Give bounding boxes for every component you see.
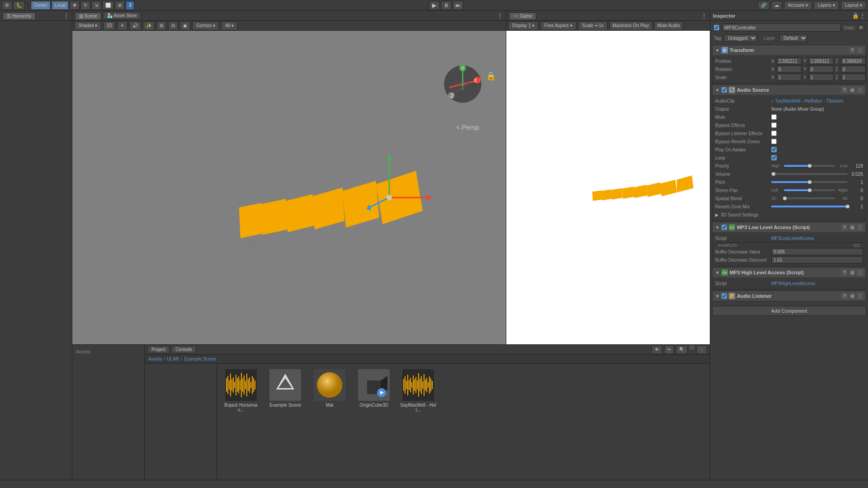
buffer-discount-input[interactable] bbox=[771, 256, 863, 263]
pitch-thumb[interactable] bbox=[808, 180, 811, 184]
spatial-track[interactable] bbox=[784, 197, 835, 199]
scene-content[interactable]: X Y Z < Persp 🔒 bbox=[72, 31, 506, 344]
add-component-btn[interactable]: Add Component bbox=[712, 306, 866, 316]
rect-btn[interactable]: ⬜ bbox=[102, 1, 114, 10]
stereo-track[interactable] bbox=[784, 189, 835, 191]
scene-tools3[interactable]: ◉ bbox=[180, 21, 190, 30]
display-dropdown[interactable]: Display 1▾ bbox=[508, 21, 538, 30]
audio-source-enable[interactable] bbox=[722, 87, 727, 93]
object-name-field[interactable]: MP3Controller bbox=[722, 23, 841, 32]
asset-item-bojack[interactable]: Bojack Horseman... bbox=[221, 367, 261, 414]
scene-tab[interactable]: ▤ Scene bbox=[75, 12, 101, 19]
rot-z-input[interactable] bbox=[841, 66, 866, 73]
num-btn[interactable]: 3 bbox=[126, 1, 135, 10]
reverb-track[interactable] bbox=[771, 206, 848, 207]
mp3-low-settings-btn[interactable]: ⚙ bbox=[849, 224, 855, 230]
console-tab[interactable]: Console bbox=[171, 346, 196, 353]
priority-thumb[interactable] bbox=[808, 164, 811, 168]
spatial-thumb[interactable] bbox=[783, 197, 787, 200]
static-dropdown-btn[interactable]: ▾ bbox=[858, 24, 864, 31]
local-btn[interactable]: Local bbox=[52, 1, 69, 10]
play-btn[interactable]: ▶ bbox=[429, 1, 440, 10]
asset-store-tab[interactable]: 🏪 Asset Store bbox=[103, 12, 141, 19]
pause-btn[interactable]: ⏸ bbox=[441, 1, 452, 10]
bypass-effects-checkbox[interactable] bbox=[771, 122, 777, 128]
mp3-high-settings-btn[interactable]: ⚙ bbox=[849, 269, 855, 276]
loop-checkbox[interactable] bbox=[771, 155, 777, 160]
fx-btn[interactable]: ✨ bbox=[143, 21, 155, 30]
center-btn[interactable]: Center bbox=[31, 1, 51, 10]
scale-z-input[interactable] bbox=[841, 74, 866, 81]
settings-btn[interactable]: ⚙ bbox=[2, 1, 12, 10]
play-on-awake-checkbox[interactable] bbox=[771, 147, 777, 152]
scene-menu-btn[interactable]: ⋮ bbox=[497, 12, 503, 19]
scene-tools2[interactable]: ⊟ bbox=[168, 21, 178, 30]
shaded-dropdown[interactable]: Shaded▾ bbox=[74, 21, 101, 30]
pos-x-input[interactable] bbox=[777, 57, 802, 65]
layout-dropdown[interactable]: Layout ▾ bbox=[841, 1, 866, 10]
audio-listener-help-btn[interactable]: ? bbox=[841, 293, 848, 299]
breadcrumb-assets[interactable]: Assets bbox=[148, 357, 162, 361]
scale-dropdown[interactable]: Scale ━ 1x bbox=[578, 21, 608, 30]
mp3-low-enable[interactable] bbox=[722, 225, 727, 230]
sound-3d-row[interactable]: ▶ 3D Sound Settings bbox=[715, 211, 863, 219]
scene-tools1[interactable]: ⊞ bbox=[156, 21, 166, 30]
audio-listener-header[interactable]: ▼ 👂 Audio Listener ? ⚙ ⋮ bbox=[712, 291, 866, 301]
mp3-high-menu-btn[interactable]: ⋮ bbox=[857, 269, 863, 276]
scale-x-input[interactable] bbox=[777, 74, 802, 81]
mute-checkbox[interactable] bbox=[771, 114, 777, 120]
asset-item-cube[interactable]: OriginCube3D bbox=[354, 367, 394, 414]
bug-btn[interactable]: 🐛 bbox=[13, 1, 25, 10]
mp3-high-script-value[interactable]: MP3HighLevelAccess bbox=[771, 281, 815, 286]
audio-source-help-btn[interactable]: ? bbox=[841, 87, 848, 93]
stereo-thumb[interactable] bbox=[808, 188, 811, 192]
assets-eye-btn[interactable]: 👁 bbox=[651, 345, 662, 354]
mp3-high-header[interactable]: ▼ C# MP3 High Level Access (Script) ? ⚙ … bbox=[712, 267, 866, 277]
volume-thumb[interactable] bbox=[772, 172, 775, 176]
mp3-low-script-value[interactable]: MP3LowLevelAccess bbox=[771, 236, 814, 241]
collab-btn[interactable]: 🔗 bbox=[758, 1, 769, 10]
transform-menu-btn[interactable]: ⋮ bbox=[857, 47, 863, 53]
pos-y-input[interactable] bbox=[809, 57, 834, 65]
pos-z-input[interactable] bbox=[841, 57, 866, 65]
tag-dropdown[interactable]: Untagged bbox=[724, 34, 757, 42]
cloud-btn[interactable]: ☁ bbox=[771, 1, 782, 10]
bypass-reverb-checkbox[interactable] bbox=[771, 139, 777, 144]
assets-menu-btn[interactable]: ⋮ bbox=[696, 345, 707, 354]
layers-dropdown[interactable]: Layers ▾ bbox=[814, 1, 839, 10]
mp3-low-menu-btn[interactable]: ⋮ bbox=[857, 224, 863, 230]
move-btn[interactable]: ✥ bbox=[70, 1, 80, 10]
audio-btn[interactable]: 🔊 bbox=[129, 21, 141, 30]
volume-track[interactable] bbox=[771, 173, 848, 175]
audio-listener-menu-btn[interactable]: ⋮ bbox=[857, 293, 863, 299]
assets-search-btn[interactable]: 🔍 bbox=[676, 345, 688, 354]
audio-source-menu-btn[interactable]: ⋮ bbox=[857, 87, 863, 93]
maximize-btn[interactable]: Maximize On Play bbox=[609, 21, 652, 30]
scale-y-input[interactable] bbox=[809, 74, 834, 81]
mp3-high-help-btn[interactable]: ? bbox=[841, 269, 848, 276]
rot-y-input[interactable] bbox=[809, 66, 834, 73]
account-dropdown[interactable]: Account ▾ bbox=[784, 1, 812, 10]
breadcrumb-ular[interactable]: ULAR bbox=[167, 357, 179, 361]
transform-help-btn[interactable]: ? bbox=[849, 47, 855, 53]
lighting-btn[interactable]: ☀ bbox=[117, 21, 127, 30]
mute-btn[interactable]: Mute Audio bbox=[654, 21, 683, 30]
asset-item-saymaxwell[interactable]: SayMaxWell - Hell... bbox=[398, 367, 439, 414]
object-enable-checkbox[interactable] bbox=[714, 25, 719, 30]
mp3-low-header[interactable]: ▼ C# MP3 Low Level Access (Script) ? ⚙ ⋮ bbox=[712, 222, 866, 232]
project-tab[interactable]: Project bbox=[147, 346, 170, 353]
audio-listener-enable[interactable] bbox=[722, 293, 727, 299]
transform-btn[interactable]: ⊞ bbox=[115, 1, 125, 10]
inspector-lock-btn[interactable]: 🔒 bbox=[852, 13, 859, 19]
assets-edit-btn[interactable]: ✏ bbox=[664, 345, 674, 354]
mp3-low-help-btn[interactable]: ? bbox=[841, 224, 848, 230]
audio-listener-settings-btn[interactable]: ⚙ bbox=[849, 293, 855, 299]
asset-item-example[interactable]: Example Scene bbox=[265, 367, 306, 414]
gizmos-dropdown[interactable]: Gizmos▾ bbox=[192, 21, 219, 30]
layer-dropdown[interactable]: Default bbox=[779, 34, 807, 42]
audio-source-header[interactable]: ▼ 🔊 Audio Source ? ⚙ ⋮ bbox=[712, 85, 866, 95]
bypass-listener-checkbox[interactable] bbox=[771, 131, 777, 136]
asset-item-mat[interactable]: Mat bbox=[309, 367, 350, 414]
rot-x-input[interactable] bbox=[777, 66, 802, 73]
audioclip-value[interactable]: SayMaxWell - Helltaker - Titanium bbox=[775, 99, 843, 103]
